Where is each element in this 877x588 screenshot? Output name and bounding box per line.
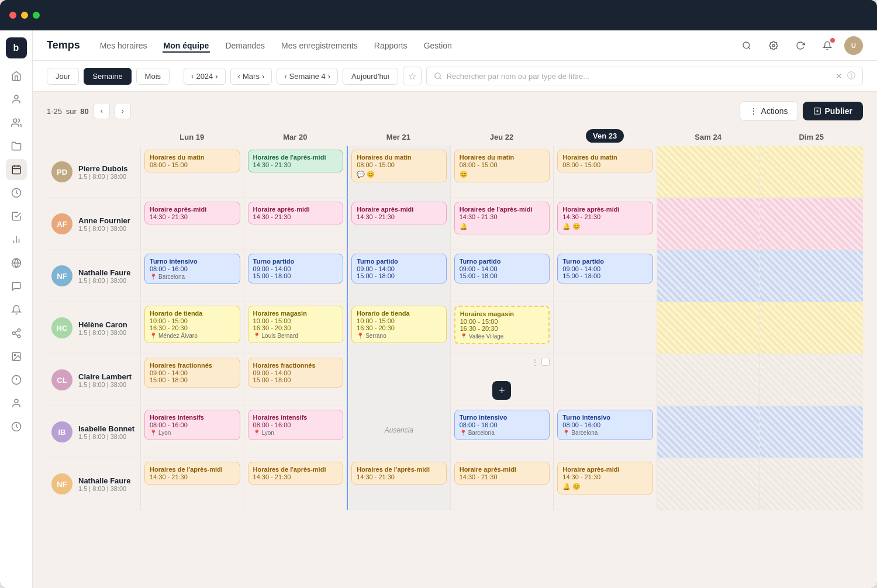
cell-2-4[interactable]: Turno partido 09:00 - 14:00 15:00 - 18:0… — [553, 250, 657, 302]
cell-6-4[interactable]: Horaire après-midi 14:30 - 21:30 🔔 😊 — [553, 458, 657, 510]
shift-card[interactable]: Horaires de l'après-midi 14:30 - 21:30 — [144, 462, 240, 485]
cell-1-5[interactable] — [657, 198, 760, 250]
cell-2-2[interactable]: Turno partido 09:00 - 14:00 15:00 - 18:0… — [347, 250, 450, 302]
prev-year-button[interactable]: ‹ 2024 › — [184, 68, 226, 85]
user-avatar[interactable]: U — [844, 36, 863, 55]
publish-button[interactable]: Publier — [803, 102, 863, 120]
cell-2-1[interactable]: Turno partido 09:00 - 14:00 15:00 - 18:0… — [244, 250, 347, 302]
cell-0-4[interactable]: Horaires du matin 08:00 - 15:00 — [553, 146, 657, 198]
sidebar-bell-icon[interactable] — [6, 299, 27, 320]
shift-card[interactable]: Horaires de l'après-midi 14:30 - 21:30 🔔 — [454, 202, 550, 234]
shift-card[interactable]: Horaires magasin 10:00 - 15:00 16:30 - 2… — [248, 306, 344, 343]
nav-mes-horaires[interactable]: Mes horaires — [99, 39, 149, 53]
sidebar-user-icon[interactable] — [6, 89, 27, 110]
cell-3-0[interactable]: Horario de tienda 10:00 - 15:00 16:30 - … — [140, 302, 244, 354]
shift-card[interactable]: Horaires fractionnés 09:00 - 14:00 15:00… — [144, 358, 240, 388]
cell-5-5[interactable] — [657, 406, 760, 458]
shift-checkbox[interactable] — [541, 358, 550, 366]
shift-card[interactable]: Horaire après-midi 14:30 - 21:30 — [248, 202, 344, 224]
favorite-button[interactable]: ☆ — [403, 67, 422, 85]
cell-6-3[interactable]: Horaire après-midi 14:30 - 21:30 — [450, 458, 554, 510]
prev-month-button[interactable]: ‹ Mars › — [230, 68, 272, 85]
cell-4-3[interactable]: ⋮ + — [450, 354, 554, 406]
cell-5-2[interactable]: Ausencia — [347, 406, 450, 458]
nav-rapports[interactable]: Rapports — [373, 39, 409, 53]
cell-2-6[interactable] — [759, 250, 863, 302]
sidebar-share-icon[interactable] — [6, 323, 27, 344]
today-button[interactable]: Aujourd'hui — [343, 68, 398, 85]
close-dot[interactable] — [9, 12, 16, 19]
nav-mon-equipe[interactable]: Mon équipe — [163, 39, 210, 53]
cell-5-6[interactable] — [759, 406, 863, 458]
cell-0-6[interactable] — [759, 146, 863, 198]
prev-week-button[interactable]: ‹ Semaine 4 › — [277, 68, 338, 85]
shift-card[interactable]: Horaires de l'après-midi 14:30 - 21:30 — [248, 462, 344, 485]
cell-4-6[interactable] — [759, 354, 863, 406]
shift-card[interactable]: Horaires de l'après-midi 14:30 - 21:30 — [351, 462, 447, 485]
cell-5-1[interactable]: Horaires intensifs 08:00 - 16:00 📍Lyon — [244, 406, 347, 458]
shift-card[interactable]: Horaires intensifs 08:00 - 16:00 📍Lyon — [248, 410, 344, 440]
nav-demandes[interactable]: Demandes — [224, 39, 266, 53]
more-options-button[interactable]: ⋮ — [531, 358, 539, 367]
refresh-button[interactable] — [790, 36, 810, 56]
settings-button[interactable] — [764, 36, 783, 56]
cell-2-5[interactable] — [657, 250, 760, 302]
shift-card[interactable]: Horaire après-midi 14:30 - 21:30 🔔 😊 — [557, 462, 653, 494]
next-page-button[interactable]: › — [115, 103, 131, 119]
maximize-dot[interactable] — [33, 12, 40, 19]
cell-3-3[interactable]: Horaires magasin 10:00 - 15:00 16:30 - 2… — [450, 302, 554, 354]
add-shift-button[interactable]: + — [492, 381, 511, 400]
cell-1-6[interactable] — [759, 198, 863, 250]
cell-3-2[interactable]: Horario de tienda 10:00 - 15:00 16:30 - … — [347, 302, 450, 354]
cell-5-4[interactable]: Turno intensivo 08:00 - 16:00 📍Barcelona — [553, 406, 657, 458]
shift-card[interactable]: Horaire après-midi 14:30 - 21:30 — [351, 202, 447, 224]
sidebar-folder-icon[interactable] — [6, 136, 27, 157]
cell-1-0[interactable]: Horaire après-midi 14:30 - 21:30 — [140, 198, 244, 250]
cell-1-3[interactable]: Horaires de l'après-midi 14:30 - 21:30 🔔 — [450, 198, 554, 250]
week-view-button[interactable]: Semaine — [84, 68, 131, 85]
month-view-button[interactable]: Mois — [136, 68, 170, 85]
sidebar-chart-icon[interactable] — [6, 229, 27, 250]
shift-card[interactable]: Horaire après-midi 14:30 - 21:30 🔔 😊 — [557, 202, 653, 234]
cell-6-5[interactable] — [657, 458, 760, 510]
cell-2-3[interactable]: Turno partido 09:00 - 14:00 15:00 - 18:0… — [450, 250, 554, 302]
sidebar-time-icon[interactable] — [6, 416, 27, 437]
sidebar-globe-icon[interactable] — [6, 253, 27, 274]
cell-4-4[interactable] — [553, 354, 657, 406]
day-view-button[interactable]: Jour — [47, 68, 79, 85]
search-button[interactable] — [737, 36, 757, 56]
shift-card[interactable]: Horaire après-midi 14:30 - 21:30 — [144, 202, 240, 224]
nav-mes-enregistrements[interactable]: Mes enregistrements — [280, 39, 359, 53]
shift-card[interactable]: Turno intensivo 08:00 - 16:00 📍Barcelona — [144, 254, 240, 284]
cell-6-0[interactable]: Horaires de l'après-midi 14:30 - 21:30 — [140, 458, 244, 510]
sidebar-image-icon[interactable] — [6, 346, 27, 367]
shift-card[interactable]: Turno intensivo 08:00 - 16:00 📍Barcelona — [454, 410, 550, 440]
sidebar-alert-icon[interactable] — [6, 369, 27, 390]
sidebar-home-icon[interactable] — [6, 65, 27, 87]
sidebar-calendar-icon[interactable] — [6, 159, 27, 180]
sidebar-clock-icon[interactable] — [6, 182, 27, 203]
notifications-button[interactable] — [817, 36, 837, 56]
nav-gestion[interactable]: Gestion — [423, 39, 453, 53]
cell-3-4[interactable] — [553, 302, 657, 354]
cell-4-0[interactable]: Horaires fractionnés 09:00 - 14:00 15:00… — [140, 354, 244, 406]
shift-card[interactable]: Turno intensivo 08:00 - 16:00 📍Barcelona — [557, 410, 653, 440]
cell-0-1[interactable]: Horaires de l'après-midi 14:30 - 21:30 — [244, 146, 347, 198]
shift-card[interactable]: Horaires du matin 08:00 - 15:00 😊 — [454, 150, 550, 182]
search-bar[interactable]: Rechercher par nom ou par type de filtre… — [426, 67, 863, 85]
cell-1-1[interactable]: Horaire après-midi 14:30 - 21:30 — [244, 198, 347, 250]
shift-card[interactable]: Turno partido 09:00 - 14:00 15:00 - 18:0… — [351, 254, 447, 283]
cell-0-5[interactable] — [657, 146, 760, 198]
shift-card[interactable]: Horaires intensifs 08:00 - 16:00 📍Lyon — [144, 410, 240, 440]
shift-card[interactable]: Horario de tienda 10:00 - 15:00 16:30 - … — [144, 306, 240, 343]
shift-card[interactable]: Horaires du matin 08:00 - 15:00 — [557, 150, 653, 172]
cell-3-1[interactable]: Horaires magasin 10:00 - 15:00 16:30 - 2… — [244, 302, 347, 354]
sidebar-person-icon[interactable] — [6, 393, 27, 414]
cell-0-2[interactable]: Horaires du matin 08:00 - 15:00 💬 😊 — [347, 146, 450, 198]
cell-6-2[interactable]: Horaires de l'après-midi 14:30 - 21:30 — [347, 458, 450, 510]
cell-4-5[interactable] — [657, 354, 760, 406]
cell-4-2[interactable] — [347, 354, 450, 406]
minimize-dot[interactable] — [21, 12, 28, 19]
shift-card[interactable]: Horaires de l'après-midi 14:30 - 21:30 — [248, 150, 344, 172]
cell-6-1[interactable]: Horaires de l'après-midi 14:30 - 21:30 — [244, 458, 347, 510]
